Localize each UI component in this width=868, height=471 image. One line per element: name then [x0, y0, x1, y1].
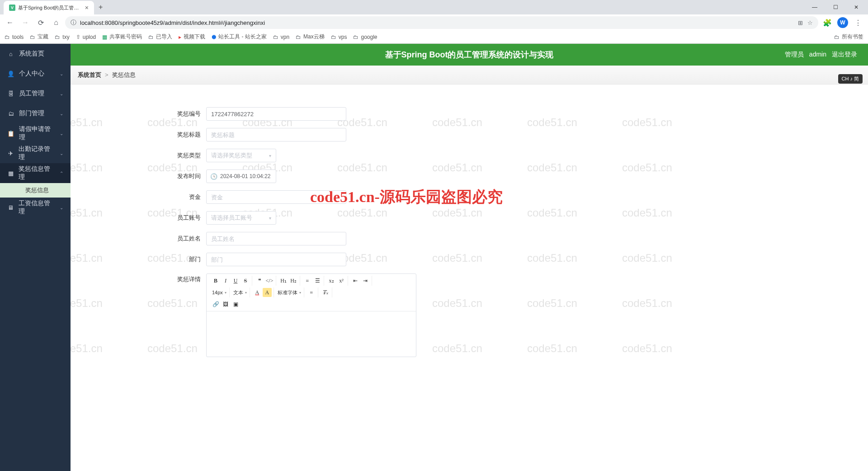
highlight-button[interactable]: A — [263, 288, 272, 297]
folder-icon: 🗀 — [148, 34, 154, 40]
folder-icon: 🗀 — [55, 34, 60, 40]
bookmark-item[interactable]: 🗀已导入 — [148, 33, 172, 41]
extensions-icon[interactable]: 🧩 — [821, 16, 834, 29]
close-button[interactable]: ✕ — [846, 0, 866, 14]
chevron-down-icon: ⌄ — [60, 205, 63, 210]
sub-button[interactable]: x₂ — [327, 276, 336, 285]
sidebar: ⌂系统首页 👤个人中心⌄ 🗄员工管理⌄ 🗂部门管理⌄ 📋请假申请管理⌄ ✈出勤记… — [0, 44, 71, 471]
logout-link[interactable]: 退出登录 — [832, 51, 857, 59]
window-controls: — ☐ ✕ — [805, 0, 868, 14]
url-input[interactable]: ⓘ localhost:8080/springboote45z9/admin/d… — [65, 16, 818, 29]
font-family-select[interactable]: 标准字体▾ — [277, 288, 302, 297]
ul-button[interactable]: ☰ — [313, 276, 322, 285]
indent-button[interactable]: ⇤ — [351, 276, 360, 285]
chevron-down-icon: ⌄ — [60, 151, 63, 156]
account-select[interactable]: 请选择员工账号 ▾ — [206, 211, 276, 225]
sidebar-sub-reward-info[interactable]: 奖惩信息 — [0, 183, 71, 198]
bookmark-item[interactable]: ⬢站长工具 - 站长之家 — [212, 33, 267, 41]
italic-button[interactable]: I — [221, 276, 230, 285]
tab-close-icon[interactable]: × — [85, 4, 89, 11]
name-input[interactable] — [206, 232, 346, 245]
sidebar-item-profile[interactable]: 👤个人中心⌄ — [0, 64, 71, 84]
user-label[interactable]: admin — [809, 51, 826, 59]
bold-button[interactable]: B — [211, 276, 220, 285]
browser-tab[interactable]: V 基于Spring Boot的员工管理系 × — [4, 1, 94, 14]
sidebar-item-department[interactable]: 🗂部门管理⌄ — [0, 104, 71, 123]
money-input[interactable] — [206, 190, 346, 204]
dept-label: 部门 — [156, 255, 206, 264]
home-icon: ⌂ — [7, 51, 14, 57]
folder-icon: 🗀 — [5, 34, 10, 40]
bookmark-star-icon[interactable]: ☆ — [807, 19, 813, 26]
folder-icon: 🗀 — [331, 34, 336, 40]
bookmarks-bar: 🗀tools 🗀宝藏 🗀txy ⇧uplod ▦共享账号密码 🗀已导入 ▸视频下… — [0, 31, 868, 43]
id-input[interactable] — [206, 107, 346, 121]
dept-input[interactable] — [206, 253, 346, 266]
install-icon[interactable]: ⊞ — [798, 19, 803, 26]
all-bookmarks[interactable]: 🗀所有书签 — [834, 33, 863, 41]
bookmark-item[interactable]: ▸视频下载 — [179, 33, 205, 41]
bookmark-item[interactable]: 🗀google — [353, 34, 377, 40]
chevron-down-icon: ⌄ — [60, 131, 63, 136]
bookmark-item[interactable]: 🗀tools — [5, 34, 24, 40]
sup-button[interactable]: x² — [337, 276, 346, 285]
chevron-down-icon: ⌄ — [60, 91, 63, 96]
editor-body[interactable] — [207, 311, 416, 357]
browser-menu-icon[interactable]: ⋮ — [852, 19, 864, 27]
minimize-button[interactable]: — — [805, 0, 825, 14]
outdent-button[interactable]: ⇥ — [361, 276, 370, 285]
bookmark-item[interactable]: ⇧uplod — [76, 34, 96, 40]
breadcrumb-home[interactable]: 系统首页 — [78, 71, 101, 79]
sidebar-item-salary[interactable]: 🖥工资信息管理⌄ — [0, 198, 71, 217]
quote-button[interactable]: ❝ — [255, 276, 264, 285]
forward-button[interactable]: → — [19, 16, 32, 29]
bookmark-item[interactable]: 🗀vpn — [273, 34, 289, 40]
sidebar-item-leave[interactable]: 📋请假申请管理⌄ — [0, 123, 71, 143]
sidebar-item-reward[interactable]: ▦奖惩信息管理⌃ — [0, 163, 71, 183]
image-button[interactable]: 🖼 — [221, 300, 230, 309]
sidebar-item-employee[interactable]: 🗄员工管理⌄ — [0, 84, 71, 104]
bookmark-item[interactable]: 🗀宝藏 — [30, 33, 48, 41]
bookmark-item[interactable]: ▦共享账号密码 — [102, 33, 142, 41]
bookmark-item[interactable]: 🗀txy — [55, 34, 69, 40]
chevron-down-icon: ▾ — [269, 153, 271, 158]
font-color-button[interactable]: A — [253, 288, 262, 297]
strike-button[interactable]: S — [241, 276, 250, 285]
align-button[interactable]: ≡ — [307, 288, 316, 297]
chevron-up-icon: ⌃ — [60, 171, 63, 176]
bookmark-item[interactable]: 🗀vps — [331, 34, 347, 40]
back-button[interactable]: ← — [4, 16, 16, 29]
code-button[interactable]: </> — [265, 276, 274, 285]
font-type-select[interactable]: 文本▾ — [232, 288, 248, 297]
clear-format-button[interactable]: T̶ₓ — [321, 288, 330, 297]
reload-button[interactable]: ⟳ — [34, 16, 47, 29]
sidebar-item-attendance[interactable]: ✈出勤记录管理⌄ — [0, 143, 71, 163]
video-button[interactable]: ▣ — [231, 300, 240, 309]
font-size-select[interactable]: 14px▾ — [211, 288, 227, 297]
sidebar-item-home[interactable]: ⌂系统首页 — [0, 44, 71, 64]
title-input[interactable] — [206, 128, 346, 141]
ol-button[interactable]: ≡ — [303, 276, 312, 285]
h1-button[interactable]: H₁ — [279, 276, 288, 285]
h2-button[interactable]: H₂ — [289, 276, 298, 285]
profile-avatar[interactable]: W — [837, 17, 848, 28]
name-label: 员工姓名 — [156, 235, 206, 243]
maximize-button[interactable]: ☐ — [826, 0, 845, 14]
url-text: localhost:8080/springboote45z9/admin/dis… — [80, 19, 265, 26]
upload-icon: ⇧ — [76, 34, 80, 40]
underline-button[interactable]: U — [231, 276, 240, 285]
home-button[interactable]: ⌂ — [50, 16, 62, 29]
bookmark-item[interactable]: 🗀Max云梯 — [296, 33, 325, 41]
link-button[interactable]: 🔗 — [211, 300, 220, 309]
type-select[interactable]: 请选择奖惩类型 ▾ — [206, 149, 276, 162]
attendance-icon: ✈ — [7, 150, 14, 157]
site-info-icon[interactable]: ⓘ — [71, 19, 76, 27]
time-input[interactable]: 🕓 2024-08-01 10:04:22 — [206, 170, 276, 183]
title-label: 奖惩标题 — [156, 131, 206, 139]
top-banner: 基于Spring Boot的员工管理系统的设计与实现 管理员 admin 退出登… — [71, 44, 868, 66]
sheet-icon: ▦ — [102, 34, 107, 40]
new-tab-button[interactable]: + — [94, 3, 107, 11]
ime-indicator[interactable]: CH ♪ 简 — [838, 74, 863, 84]
employee-icon: 🗄 — [7, 90, 14, 97]
chevron-down-icon: ⌄ — [60, 71, 63, 76]
